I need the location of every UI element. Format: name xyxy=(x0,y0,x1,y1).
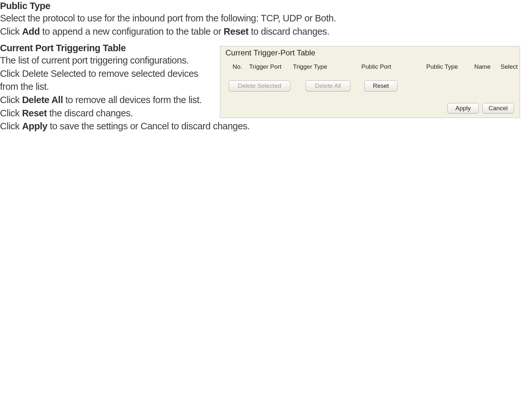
text-frag: the discard changes. xyxy=(47,108,133,118)
trigger-port-table-panel: Current Trigger-Port Table No. Trigger P… xyxy=(220,46,520,118)
para-apply: Click Apply to save the settings or Canc… xyxy=(0,120,260,133)
text-bold-reset: Reset xyxy=(224,26,248,37)
cancel-button[interactable]: Cancel xyxy=(482,103,514,113)
text-frag: to save the settings or Cancel to discar… xyxy=(47,121,250,131)
section-public-type: Public Type Select the protocol to use f… xyxy=(0,0,337,38)
para-delete-all: Click Delete All to remove all devices f… xyxy=(0,93,208,107)
text-frag: Click xyxy=(0,121,22,131)
para-reset: Click Reset the discard changes. xyxy=(0,107,208,120)
col-name: Name xyxy=(474,63,491,70)
delete-all-button[interactable]: Delete All xyxy=(306,80,350,91)
col-select: Select xyxy=(501,63,518,70)
col-public-port: Public Port xyxy=(361,63,391,70)
text-bold-reset2: Reset xyxy=(22,108,47,118)
para-list-desc: The list of current port triggering conf… xyxy=(0,54,208,67)
text-frag: Click xyxy=(0,26,22,37)
text-frag: Click xyxy=(0,108,22,118)
heading-current-port-triggering: Current Port Triggering Table xyxy=(0,42,208,54)
para-add-reset: Click Add to append a new configuration … xyxy=(0,25,337,38)
panel-title: Current Trigger-Port Table xyxy=(225,48,315,57)
heading-public-type: Public Type xyxy=(0,0,337,12)
text-bold-delete-all: Delete All xyxy=(22,95,63,105)
para-public-type-desc: Select the protocol to use for the inbou… xyxy=(0,12,337,25)
para-delete-selected: Click Delete Selected to remove selected… xyxy=(0,67,208,93)
text-bold-add: Add xyxy=(22,26,40,37)
reset-button[interactable]: Reset xyxy=(364,80,397,91)
section-current-port-triggering: Current Port Triggering Table The list o… xyxy=(0,42,208,133)
col-no: No. xyxy=(233,63,242,70)
col-trigger-type: Trigger Type xyxy=(293,63,327,70)
text-frag: to discard changes. xyxy=(248,26,330,37)
text-bold-apply: Apply xyxy=(22,121,47,131)
text-frag: Click xyxy=(0,95,22,105)
text-frag: to remove all devices form the list. xyxy=(63,95,202,105)
table-header-row: No. Trigger Port Trigger Type Public Por… xyxy=(220,63,520,73)
col-public-type: Public Type xyxy=(426,63,458,70)
text-frag: to append a new configuration to the tab… xyxy=(40,26,224,37)
col-trigger-port: Trigger Port xyxy=(249,63,282,70)
apply-button[interactable]: Apply xyxy=(447,103,479,113)
delete-selected-button[interactable]: Delete Selected xyxy=(229,80,290,91)
